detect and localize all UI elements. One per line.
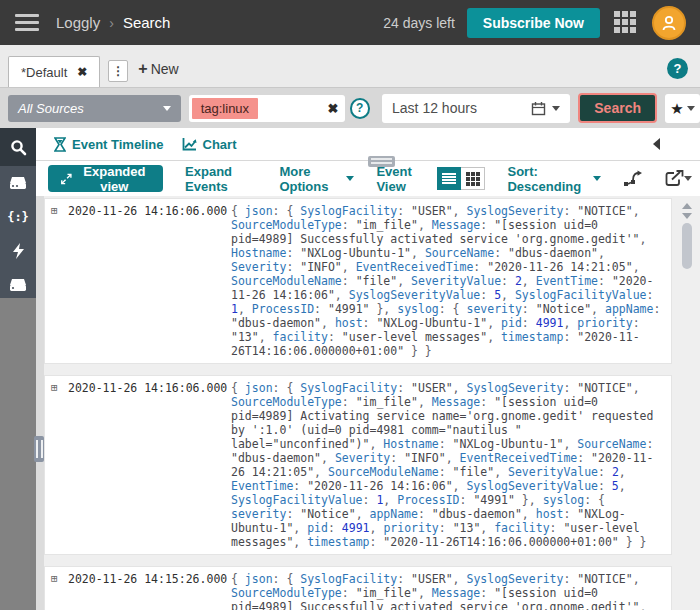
event-view-toggle [437, 167, 485, 190]
saved-searches-dropdown[interactable]: ★ [665, 94, 700, 123]
server-icon [8, 175, 28, 191]
share-export-icon [665, 170, 684, 187]
expand-event-icon[interactable]: ⊞ [51, 381, 68, 395]
tab-bar: *Default ✖ ⋮ + New ? [0, 45, 700, 88]
expand-events-label: Expand Events [185, 164, 257, 194]
event-timeline-toggle[interactable]: Event Timeline [54, 137, 164, 152]
query-term-chip[interactable]: tag:linux [192, 98, 258, 119]
search-icon [10, 139, 27, 156]
brand-loggly[interactable]: Loggly [56, 14, 100, 31]
time-range-value: Last 12 hours [392, 100, 477, 116]
grid-view-icon [466, 172, 480, 186]
json-braces-icon: {:} [7, 210, 29, 224]
chevron-down-icon [346, 176, 354, 181]
tab-options-kebab-icon[interactable]: ⋮ [108, 60, 128, 82]
sidebar-item-search[interactable] [0, 128, 36, 166]
person-icon [660, 14, 678, 32]
new-tab-button[interactable]: + New [138, 60, 178, 78]
list-view-icon [442, 173, 456, 184]
scroll-up-icon[interactable] [682, 203, 692, 209]
search-bar: All Sources tag:linux ✖ ? Last 12 hours … [0, 88, 700, 128]
all-sources-dropdown[interactable]: All Sources [8, 95, 181, 122]
log-event-row[interactable]: ⊞2020-11-26 14:16:06.000{ json: { Syslog… [44, 198, 672, 364]
sidebar-item-log-sources[interactable] [0, 166, 36, 200]
expanded-view-button[interactable]: Expanded view [48, 165, 163, 192]
plus-icon: + [138, 60, 147, 78]
expand-event-icon[interactable]: ⊞ [51, 572, 68, 586]
chevron-down-icon [687, 106, 695, 111]
chart-toggle[interactable]: Chart [182, 137, 237, 152]
calendar-icon [531, 101, 546, 116]
sidebar-item-derived-fields[interactable] [0, 234, 36, 268]
clear-query-icon[interactable]: ✖ [328, 101, 339, 116]
log-scrollbar[interactable] [679, 199, 694, 610]
event-timeline-label: Event Timeline [72, 137, 164, 152]
sidebar-gutter [36, 196, 44, 610]
derived-fields-shortcut-button[interactable] [623, 170, 643, 187]
event-timestamp: 2020-11-26 14:16:06.000 [68, 381, 231, 395]
server-icon [8, 277, 28, 293]
chart-label: Chart [203, 137, 237, 152]
subscribe-now-button[interactable]: Subscribe Now [467, 8, 600, 38]
collapse-panel-icon[interactable] [653, 138, 660, 150]
grid-view-button[interactable] [461, 167, 485, 190]
more-options-dropdown[interactable]: More Options [279, 164, 354, 194]
sort-label: Sort: Descending [507, 164, 588, 194]
breadcrumb-current-section: Search [123, 14, 171, 31]
help-icon[interactable]: ? [667, 58, 688, 79]
expanded-view-label: Expanded view [79, 164, 150, 194]
sidebar-resize-handle[interactable] [34, 436, 44, 462]
sidebar-item-archives[interactable] [0, 268, 36, 302]
tab-default-label: *Default [21, 65, 67, 80]
event-view-label: Event View [376, 164, 429, 194]
search-query-input[interactable]: tag:linux ✖ [189, 95, 345, 122]
hourglass-icon [54, 137, 66, 152]
all-sources-value: All Sources [18, 101, 84, 116]
chevron-down-icon [552, 106, 560, 111]
panel-resize-handle[interactable] [368, 156, 395, 167]
chevron-down-icon [163, 106, 171, 111]
log-event-row[interactable]: ⊞2020-11-26 14:15:26.000{ json: { Syslog… [44, 566, 672, 610]
hamburger-menu-icon[interactable] [15, 10, 39, 35]
chart-icon [182, 137, 197, 151]
trial-days-left: 24 days left [383, 15, 455, 31]
expand-icon [61, 172, 72, 186]
tab-close-icon[interactable]: ✖ [77, 65, 87, 79]
tab-default[interactable]: *Default ✖ [8, 56, 100, 87]
app-grid-icon[interactable] [614, 11, 638, 35]
scroll-down-icon[interactable] [682, 213, 692, 219]
more-options-label: More Options [279, 164, 341, 194]
event-json: { json: { SyslogFacility: "USER", Syslog… [231, 572, 665, 610]
user-avatar[interactable] [652, 6, 686, 40]
breadcrumb-chevron-icon: › [109, 15, 114, 31]
scrollbar-thumb[interactable] [682, 223, 692, 269]
star-icon: ★ [670, 101, 683, 116]
expand-event-icon[interactable]: ⊞ [51, 204, 68, 218]
left-sidebar: {:} [0, 128, 36, 298]
sort-dropdown[interactable]: Sort: Descending [507, 164, 601, 194]
lightning-bolt-icon [11, 242, 26, 260]
query-help-icon[interactable]: ? [350, 98, 371, 119]
time-range-dropdown[interactable]: Last 12 hours [382, 94, 570, 123]
event-list: ⊞2020-11-26 14:16:06.000{ json: { Syslog… [44, 196, 700, 610]
top-header: Loggly › Search 24 days left Subscribe N… [0, 0, 700, 45]
log-event-row[interactable]: ⊞2020-11-26 14:16:06.000{ json: { Syslog… [44, 375, 672, 555]
chevron-down-icon [593, 176, 601, 181]
workflow-arrow-icon [623, 170, 643, 187]
new-tab-label: New [151, 61, 179, 77]
sidebar-item-source-setup[interactable]: {:} [0, 200, 36, 234]
event-timestamp: 2020-11-26 14:15:26.000 [68, 572, 231, 586]
search-button[interactable]: Search [578, 93, 657, 123]
export-share-button[interactable] [665, 170, 684, 187]
list-view-button[interactable] [437, 167, 461, 190]
left-sidebar-lower [0, 298, 36, 610]
toolbar-overflow-caret-icon[interactable] [684, 176, 692, 181]
event-json: { json: { SyslogFacility: "USER", Syslog… [231, 204, 665, 358]
expand-events-button[interactable]: Expand Events [185, 164, 257, 194]
event-json: { json: { SyslogFacility: "USER", Syslog… [231, 381, 665, 549]
event-timestamp: 2020-11-26 14:16:06.000 [68, 204, 231, 218]
